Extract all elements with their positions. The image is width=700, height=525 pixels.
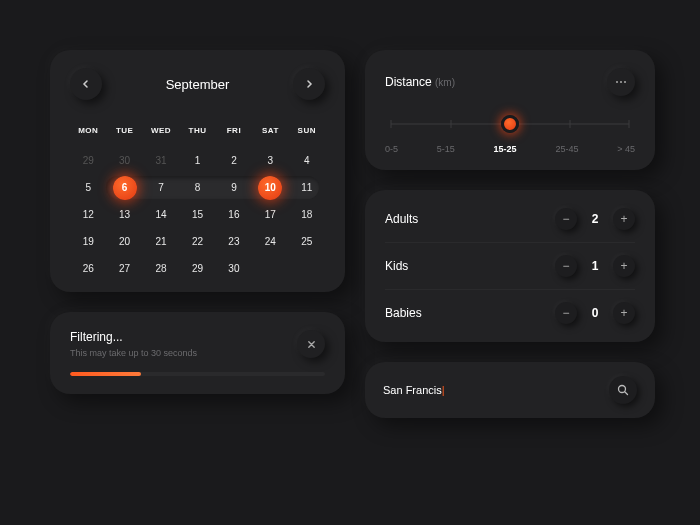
guest-increment-button[interactable]: + [613, 302, 635, 324]
calendar-day[interactable]: 4 [289, 147, 325, 174]
calendar-day[interactable]: 16 [216, 201, 252, 228]
calendar-range-start[interactable]: 6 [113, 176, 137, 200]
calendar-day[interactable]: 19 [70, 228, 106, 255]
distance-unit: (km) [435, 77, 455, 88]
distance-tick [629, 120, 630, 128]
svg-point-1 [620, 81, 622, 83]
calendar-prev-button[interactable] [70, 68, 102, 100]
filtering-subtitle: This may take up to 30 seconds [70, 348, 197, 358]
svg-point-3 [619, 386, 626, 393]
distance-tick [450, 120, 451, 128]
text-cursor: | [442, 384, 445, 396]
distance-thumb[interactable] [501, 115, 519, 133]
search-card: San Francis| [365, 362, 655, 418]
chevron-left-icon [81, 79, 91, 89]
distance-title: Distance (km) [385, 75, 455, 89]
search-icon [617, 384, 629, 396]
distance-slider[interactable] [391, 114, 629, 134]
guest-decrement-button[interactable]: − [555, 255, 577, 277]
calendar-dow: SAT [252, 120, 288, 147]
calendar-day[interactable]: 1 [179, 147, 215, 174]
guest-row: Kids−1+ [385, 242, 635, 289]
calendar-day[interactable]: 25 [289, 228, 325, 255]
calendar-week: 578911610 [70, 174, 325, 201]
calendar-day[interactable]: 22 [179, 228, 215, 255]
distance-option[interactable]: 0-5 [385, 144, 398, 154]
filtering-close-button[interactable] [297, 330, 325, 358]
guest-decrement-button[interactable]: − [555, 302, 577, 324]
calendar-day[interactable] [289, 255, 325, 282]
calendar-card: September MONTUEWEDTHUFRISATSUN 29303112… [50, 50, 345, 292]
guest-stepper: −2+ [555, 208, 635, 230]
calendar-month-label: September [166, 77, 230, 92]
calendar-next-button[interactable] [293, 68, 325, 100]
calendar-week: 2930311234 [70, 147, 325, 174]
guest-label: Adults [385, 212, 418, 226]
calendar-day[interactable] [252, 255, 288, 282]
filtering-title: Filtering... [70, 330, 197, 344]
calendar-day[interactable]: 14 [143, 201, 179, 228]
calendar-day[interactable]: 31 [143, 147, 179, 174]
calendar-day[interactable]: 30 [216, 255, 252, 282]
calendar-day[interactable]: 29 [179, 255, 215, 282]
distance-option[interactable]: 25-45 [555, 144, 578, 154]
distance-option[interactable]: 15-25 [494, 144, 517, 154]
calendar-dow: WED [143, 120, 179, 147]
guest-decrement-button[interactable]: − [555, 208, 577, 230]
guest-value: 2 [589, 212, 601, 226]
calendar-day[interactable]: 13 [106, 201, 142, 228]
chevron-right-icon [304, 79, 314, 89]
calendar-day[interactable]: 8 [179, 174, 215, 201]
calendar-dow: FRI [216, 120, 252, 147]
distance-option[interactable]: > 45 [617, 144, 635, 154]
calendar-day[interactable]: 3 [252, 147, 288, 174]
guest-increment-button[interactable]: + [613, 208, 635, 230]
search-button[interactable] [609, 376, 637, 404]
guest-value: 1 [589, 259, 601, 273]
calendar-range-end[interactable]: 10 [258, 176, 282, 200]
calendar-day[interactable]: 17 [252, 201, 288, 228]
calendar-day[interactable]: 12 [70, 201, 106, 228]
calendar-week: 19202122232425 [70, 228, 325, 255]
calendar-day[interactable]: 7 [143, 174, 179, 201]
distance-more-button[interactable] [607, 68, 635, 96]
calendar-day[interactable]: 29 [70, 147, 106, 174]
distance-option[interactable]: 5-15 [437, 144, 455, 154]
distance-card: Distance (km) 0-55-1515-2525-45> 45 [365, 50, 655, 170]
calendar-day[interactable]: 27 [106, 255, 142, 282]
calendar-dow: SUN [289, 120, 325, 147]
calendar-day[interactable]: 11 [289, 174, 325, 201]
calendar-day[interactable]: 30 [106, 147, 142, 174]
svg-point-0 [616, 81, 618, 83]
filtering-card: Filtering... This may take up to 30 seco… [50, 312, 345, 394]
calendar-dow: TUE [106, 120, 142, 147]
calendar-week: 12131415161718 [70, 201, 325, 228]
search-input[interactable]: San Francis| [383, 384, 599, 396]
guest-row: Adults−2+ [385, 196, 635, 242]
calendar-day[interactable]: 20 [106, 228, 142, 255]
calendar-day[interactable]: 24 [252, 228, 288, 255]
close-icon [307, 340, 316, 349]
calendar-day[interactable]: 18 [289, 201, 325, 228]
filtering-progress [70, 372, 325, 376]
guest-value: 0 [589, 306, 601, 320]
calendar-day[interactable]: 2 [216, 147, 252, 174]
guest-row: Babies−0+ [385, 289, 635, 336]
calendar-dow: MON [70, 120, 106, 147]
calendar-day[interactable]: 28 [143, 255, 179, 282]
calendar-day[interactable]: 23 [216, 228, 252, 255]
calendar-day[interactable]: 9 [216, 174, 252, 201]
distance-tick [569, 120, 570, 128]
guest-stepper: −1+ [555, 255, 635, 277]
guest-increment-button[interactable]: + [613, 255, 635, 277]
calendar-day[interactable]: 5 [70, 174, 106, 201]
calendar-day[interactable]: 21 [143, 228, 179, 255]
calendar-week: 2627282930 [70, 255, 325, 282]
calendar-day[interactable]: 26 [70, 255, 106, 282]
calendar-dow: THU [179, 120, 215, 147]
guest-label: Babies [385, 306, 422, 320]
guest-stepper: −0+ [555, 302, 635, 324]
search-value: San Francis [383, 384, 442, 396]
calendar-day[interactable]: 15 [179, 201, 215, 228]
guest-label: Kids [385, 259, 408, 273]
